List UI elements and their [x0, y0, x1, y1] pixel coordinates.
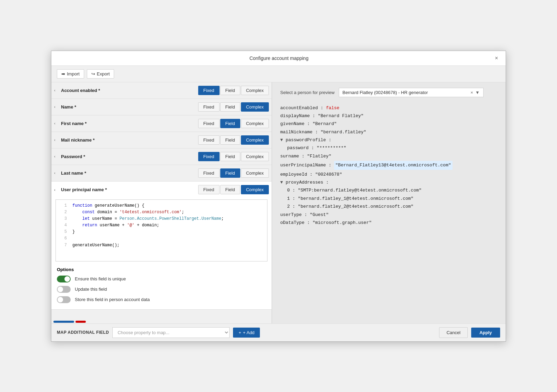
json-line-proxy-1: 1 : "bernard.flatley_1@t4etest.onmicroso…: [280, 195, 497, 203]
field-name-user-principal-name: User principal name *: [61, 187, 198, 192]
mapping-row-header-upn: ‹ User principal name * Fixed Field Comp…: [51, 182, 272, 198]
json-line-mail-nickname: mailNickname : "bernard.flatley": [280, 128, 497, 136]
code-line-5: 5 }: [59, 229, 264, 235]
complex-btn-first-name[interactable]: Complex: [241, 119, 269, 128]
json-line-employee-id: employeeId : "00248678": [280, 171, 497, 178]
chevron-name[interactable]: ‹: [54, 105, 61, 109]
toggle-store[interactable]: [57, 296, 71, 303]
toolbar: ➡ Import ↪ Export: [51, 66, 506, 82]
type-buttons-last-name: Fixed Field Complex: [198, 168, 269, 178]
property-select[interactable]: Choose property to map...: [112, 327, 230, 338]
field-btn-mail-nickname[interactable]: Field: [220, 135, 240, 145]
chevron-user-principal-name[interactable]: ‹: [54, 188, 61, 192]
type-buttons-password: Fixed Field Complex: [198, 152, 269, 161]
option-label-update: Update this field: [75, 287, 107, 292]
title-bar: Configure account mapping ×: [51, 51, 506, 66]
type-buttons-account-enabled: Fixed Field Complex: [198, 86, 269, 95]
export-icon: ↪: [91, 71, 95, 76]
type-buttons-first-name: Fixed Field Complex: [198, 119, 269, 128]
scroll-right-indicator: [75, 321, 86, 323]
option-row-unique: Ensure this field is unique: [57, 276, 266, 282]
mapping-row-name: ‹ Name * Fixed Field Complex: [51, 99, 272, 115]
fixed-btn-password[interactable]: Fixed: [198, 152, 220, 161]
code-editor[interactable]: 1 function generateUserName() { 2 const …: [55, 199, 267, 261]
fixed-btn-first-name[interactable]: Fixed: [198, 119, 220, 128]
close-button[interactable]: ×: [493, 54, 500, 62]
json-line-user-type: userType : "Guest": [280, 211, 497, 219]
person-select[interactable]: Bernard Flatley (00248678) - HR generato…: [339, 88, 484, 97]
option-row-store: Store this field in person account data: [57, 296, 266, 303]
chevron-last-name[interactable]: ‹: [54, 171, 61, 175]
preview-header: Select a person for preview Bernard Flat…: [280, 88, 497, 97]
complex-btn-mail-nickname[interactable]: Complex: [241, 135, 269, 145]
toggle-knob-store: [58, 297, 63, 302]
complex-btn-password[interactable]: Complex: [241, 152, 269, 161]
json-line-account-enabled: accountEnabled : false: [280, 104, 497, 112]
upn-highlight: "Bernard_Flatley13@t4etest.onmicrosoft.c…: [334, 161, 452, 169]
fixed-btn-mail-nickname[interactable]: Fixed: [198, 135, 220, 145]
json-line-odata-type: oDataType : "microsoft.graph.user": [280, 219, 497, 227]
chevron-password[interactable]: ‹: [54, 154, 61, 158]
dropdown-icon[interactable]: ▼: [475, 90, 480, 95]
json-line-proxy-2: 2 : "bernard.flatley_2@t4etest.onmicroso…: [280, 203, 497, 210]
cancel-button[interactable]: Cancel: [439, 327, 467, 338]
map-additional-field-label: MAP ADDITIONAL FIELD: [57, 330, 109, 335]
fixed-btn-upn[interactable]: Fixed: [198, 185, 220, 194]
configure-account-mapping-dialog: Configure account mapping × ➡ Import ↪ E…: [51, 51, 506, 342]
apply-button[interactable]: Apply: [471, 328, 500, 338]
complex-btn-account-enabled[interactable]: Complex: [241, 86, 269, 95]
left-panel: ‹ Account enabled * Fixed Field Complex …: [51, 82, 272, 323]
field-btn-upn[interactable]: Field: [220, 185, 240, 194]
mapping-row-mail-nickname: ‹ Mail nickname * Fixed Field Complex: [51, 132, 272, 148]
json-line-display-name: displayName : "Bernard Flatley": [280, 112, 497, 120]
main-content: ‹ Account enabled * Fixed Field Complex …: [51, 82, 506, 323]
chevron-first-name[interactable]: ‹: [54, 121, 61, 125]
right-panel: Select a person for preview Bernard Flat…: [272, 82, 506, 323]
field-name-first-name: First name *: [61, 121, 198, 126]
field-btn-password[interactable]: Field: [220, 152, 240, 161]
person-select-controls: × ▼: [470, 90, 479, 95]
field-btn-name[interactable]: Field: [220, 102, 240, 112]
complex-btn-upn[interactable]: Complex: [241, 185, 269, 194]
field-name-name: Name *: [61, 104, 198, 110]
json-line-password: password : "*********": [280, 144, 497, 152]
add-button[interactable]: + + Add: [233, 328, 260, 338]
import-icon: ➡: [61, 71, 65, 76]
dialog-title: Configure account mapping: [65, 55, 493, 61]
chevron-mail-nickname[interactable]: ‹: [54, 138, 61, 142]
toggle-unique[interactable]: [57, 276, 71, 282]
fixed-btn-last-name[interactable]: Fixed: [198, 168, 220, 178]
field-name-password: Password *: [61, 154, 198, 159]
json-line-given-name: givenName : "Bernard": [280, 120, 497, 128]
code-line-2: 2 const domain = 't4etest.onmicrosoft.co…: [59, 209, 264, 216]
mapping-list-wrapper: ‹ Account enabled * Fixed Field Complex …: [51, 82, 272, 323]
code-line-6: 6: [59, 235, 264, 242]
field-btn-first-name[interactable]: Field: [220, 119, 240, 128]
person-select-text: Bernard Flatley (00248678) - HR generato…: [343, 90, 471, 95]
json-line-password-profile: ▼ passwordProfile :: [280, 136, 497, 144]
field-name-last-name: Last name *: [61, 171, 198, 176]
option-label-store: Store this field in person account data: [75, 297, 150, 302]
mapping-row-user-principal-name: ‹ User principal name * Fixed Field Comp…: [51, 182, 272, 310]
clear-icon[interactable]: ×: [470, 90, 473, 95]
type-buttons-upn: Fixed Field Complex: [198, 185, 269, 194]
import-button[interactable]: ➡ Import: [57, 69, 84, 79]
mapping-row-account-enabled: ‹ Account enabled * Fixed Field Complex: [51, 82, 272, 99]
toggle-update[interactable]: [57, 286, 71, 293]
code-line-4: 4 return userName + '@' + domain;: [59, 222, 264, 229]
plus-icon: +: [239, 330, 241, 335]
json-line-surname: surname : "Flatley": [280, 152, 497, 160]
scroll-controls: [51, 320, 272, 323]
json-line-proxy-addresses: ▼ proxyAddresses :: [280, 178, 497, 186]
fixed-btn-account-enabled[interactable]: Fixed: [198, 86, 220, 95]
export-button[interactable]: ↪ Export: [87, 69, 114, 79]
complex-btn-last-name[interactable]: Complex: [241, 168, 269, 178]
field-name-mail-nickname: Mail nickname *: [61, 137, 198, 143]
fixed-btn-name[interactable]: Fixed: [198, 102, 220, 112]
chevron-account-enabled[interactable]: ‹: [54, 88, 61, 92]
type-buttons-mail-nickname: Fixed Field Complex: [198, 135, 269, 145]
option-row-update: Update this field: [57, 286, 266, 293]
field-btn-last-name[interactable]: Field: [220, 168, 240, 178]
field-btn-account-enabled[interactable]: Field: [220, 86, 240, 95]
complex-btn-name[interactable]: Complex: [241, 102, 269, 112]
